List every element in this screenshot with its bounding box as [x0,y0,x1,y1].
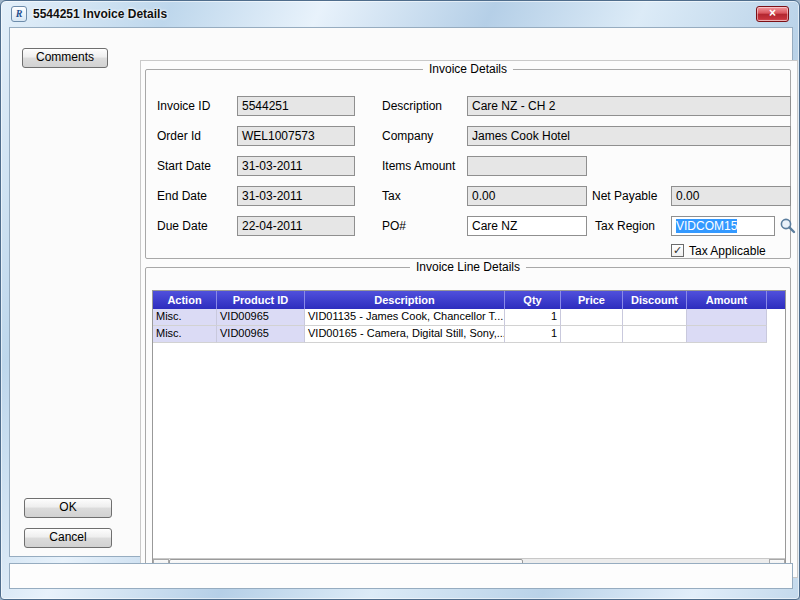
order-id-field: WEL1007573 [237,126,355,146]
col-header-amount: Amount [687,291,767,309]
items-amount-label: Items Amount [382,156,455,176]
net-payable-field: 0.00 [671,186,791,206]
cell-price[interactable] [561,309,623,326]
due-date-field: 22-04-2011 [237,216,355,236]
app-icon: R [11,6,27,22]
cell-product-id[interactable]: VID00965 [217,309,305,326]
cell-action[interactable]: Misc. [153,326,217,343]
items-amount-field [467,156,587,176]
cell-description[interactable]: VID00165 - Camera, Digital Still, Sony,.… [305,326,505,343]
invoice-id-label: Invoice ID [157,96,210,116]
invoice-line-details-group-title: Invoice Line Details [410,260,526,274]
close-button[interactable]: × [756,6,789,22]
tax-applicable-label: Tax Applicable [689,241,766,261]
cell-action[interactable]: Misc. [153,309,217,326]
line-items-grid: Action Product ID Description Qty Price … [152,290,786,574]
search-icon[interactable] [779,217,796,234]
status-bar [9,563,793,589]
cancel-button[interactable]: Cancel [24,528,112,548]
table-row[interactable]: Misc. VID00965 VID01135 - James Cook, Ch… [153,309,785,326]
po-label: PO# [382,216,406,236]
comments-button[interactable]: Comments [22,48,108,68]
company-label: Company [382,126,433,146]
start-date-field: 31-03-2011 [237,156,355,176]
invoice-details-group: Invoice Details Invoice ID 5544251 Order… [145,69,791,259]
tax-label: Tax [382,186,401,206]
cell-filler [767,326,785,343]
window-title: 5544251 Invoice Details [33,7,167,21]
po-input[interactable]: Care NZ [467,216,587,236]
tax-region-input[interactable]: VIDCOM15 [671,216,775,236]
cell-description[interactable]: VID01135 - James Cook, Chancellor T... [305,309,505,326]
col-header-price: Price [561,291,623,309]
cell-filler [767,309,785,326]
cell-product-id[interactable]: VID00965 [217,326,305,343]
tax-region-label: Tax Region [595,216,655,236]
end-date-label: End Date [157,186,207,206]
col-header-discount: Discount [623,291,687,309]
net-payable-label: Net Payable [592,186,657,206]
cell-discount[interactable] [623,326,687,343]
end-date-field: 31-03-2011 [237,186,355,206]
check-icon: ✓ [673,244,682,256]
invoice-line-details-group: Invoice Line Details Action Product ID D… [145,267,791,575]
grid-header-row: Action Product ID Description Qty Price … [153,291,785,309]
cell-qty[interactable]: 1 [505,309,561,326]
dialog-client-area: Comments OK Cancel Invoice Details Invoi… [9,27,793,557]
close-icon: × [769,6,776,20]
tax-region-selected-text: VIDCOM15 [676,219,737,233]
invoice-details-window: R 5544251 Invoice Details × Comments OK … [0,0,800,600]
col-header-description: Description [305,291,505,309]
tax-field: 0.00 [467,186,587,206]
description-label: Description [382,96,442,116]
table-row[interactable]: Misc. VID00965 VID00165 - Camera, Digita… [153,326,785,343]
cell-amount[interactable] [687,309,767,326]
col-header-filler [767,291,785,309]
col-header-qty: Qty [505,291,561,309]
description-field: Care NZ - CH 2 [467,96,791,116]
tax-applicable-checkbox[interactable]: ✓ [671,244,684,257]
main-panel: Invoice Details Invoice ID 5544251 Order… [140,60,798,578]
order-id-label: Order Id [157,126,201,146]
cell-qty[interactable]: 1 [505,326,561,343]
due-date-label: Due Date [157,216,208,236]
invoice-details-group-title: Invoice Details [423,62,513,76]
cell-amount[interactable] [687,326,767,343]
titlebar[interactable]: R 5544251 Invoice Details [1,1,799,27]
col-header-product-id: Product ID [217,291,305,309]
ok-button[interactable]: OK [24,498,112,518]
cell-discount[interactable] [623,309,687,326]
invoice-id-field: 5544251 [237,96,355,116]
cell-price[interactable] [561,326,623,343]
col-header-action: Action [153,291,217,309]
company-field: James Cook Hotel [467,126,791,146]
start-date-label: Start Date [157,156,211,176]
